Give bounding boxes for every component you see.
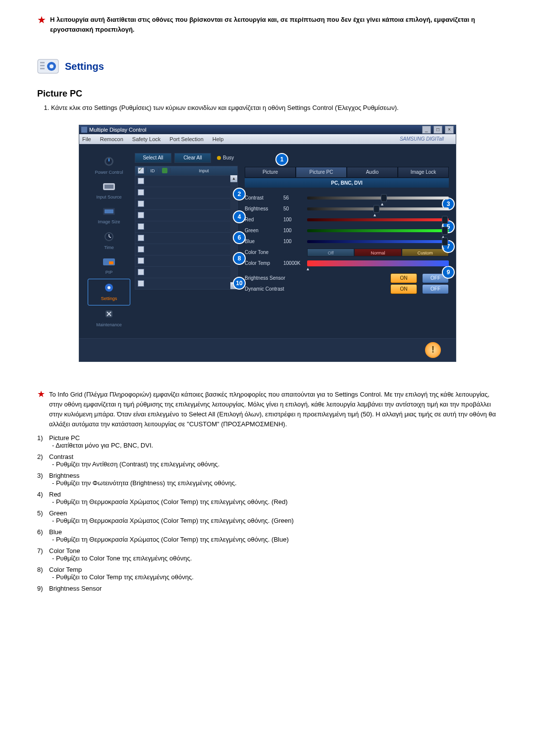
tab-picture-pc[interactable]: Picture PC [296,167,347,178]
tab-image-lock[interactable]: Image Lock [398,167,449,178]
slider-green[interactable] [307,228,449,233]
slider-thumb[interactable] [381,194,387,202]
tone-off[interactable]: Off [307,249,354,256]
list-title: Color Tone [49,547,80,554]
row-checkbox[interactable] [138,257,144,264]
list-title: Brightness Sensor [49,585,102,592]
remote-status-icon [162,168,167,173]
dynamic-contrast-off[interactable]: OFF [422,284,449,294]
row-dynamic-contrast: Dynamic Contrast ON OFF [245,284,449,295]
select-all-button[interactable]: Select All [135,153,171,163]
table-row[interactable] [135,244,230,255]
star-icon: ★ [37,390,45,399]
menu-port-selection[interactable]: Port Selection [169,136,203,142]
callout-6: 6 [233,231,246,244]
info-grid-paragraph: Το Info Grid (Πλέγμα Πληροφοριών) εμφανί… [49,390,498,430]
row-checkbox[interactable] [138,178,144,184]
row-checkbox[interactable] [138,223,144,230]
close-button[interactable]: × [445,126,454,134]
tone-normal[interactable]: Normal [354,249,401,256]
svg-rect-3 [40,62,45,63]
image-size-icon [102,206,116,216]
list-desc: - Ρυθμίζει την Φωτεινότητα (Brightness) … [52,479,498,487]
label-red: Red [245,217,283,222]
table-row[interactable] [135,209,230,221]
feature-list-item: 9)Brightness Sensor [37,585,498,592]
slider-thumb[interactable] [442,227,448,235]
row-checkbox[interactable] [138,246,144,252]
sidebar-item-label: Maintenance [88,322,130,327]
slider-thumb[interactable] [442,216,448,224]
feature-note-text: Η λειτουργία αυτή διατίθεται στις οθόνες… [50,15,498,34]
row-checkbox[interactable] [138,189,144,196]
table-row[interactable] [135,232,230,244]
header-checkbox[interactable] [138,167,144,174]
picture-pc-heading: Picture PC [37,89,498,99]
table-row[interactable] [135,266,230,278]
dynamic-contrast-on[interactable]: ON [390,284,417,294]
table-row[interactable] [135,187,230,198]
slider-brightness[interactable] [307,206,449,211]
menu-safety-lock[interactable]: Safety Lock [132,136,160,142]
label-blue: Blue [245,239,283,244]
list-number: 8) [37,566,49,573]
minimize-button[interactable]: _ [422,126,431,134]
menu-remocon[interactable]: Remocon [100,136,123,142]
tab-audio[interactable]: Audio [347,167,398,178]
table-row[interactable] [135,278,230,289]
list-title: Blue [49,528,62,536]
slider-contrast[interactable] [307,196,449,201]
table-row[interactable] [135,255,230,266]
power-icon [102,156,116,167]
sidebar-item-maintenance[interactable]: Maintenance [88,305,130,331]
clear-all-button[interactable]: Clear All [174,153,211,163]
sidebar-item-power-control[interactable]: Power Control [88,153,130,179]
menu-file[interactable]: File [82,136,91,142]
feature-availability-note: ★ Η λειτουργία αυτή διατίθεται στις οθόν… [37,15,498,34]
list-desc: - Ρυθμίζει την Αντίθεση (Contrast) της ε… [52,460,498,468]
busy-label: Busy [223,155,234,160]
row-checkbox[interactable] [138,212,144,218]
menu-help[interactable]: Help [213,136,224,142]
list-desc: - Ρυθμίζει τη Θερμοκρασία Χρώματος (Colo… [52,498,498,505]
sidebar-item-settings[interactable]: Settings [88,279,130,305]
row-checkbox[interactable] [138,280,144,287]
tab-picture[interactable]: Picture [245,167,296,178]
label-brightness: Brightness [245,206,283,211]
table-row[interactable] [135,198,230,209]
slider-thumb[interactable] [442,238,448,246]
callout-8: 8 [233,252,246,265]
sidebar-item-input-source[interactable]: Input Source [88,179,130,203]
list-number: 2) [37,453,49,460]
table-row[interactable] [135,175,230,187]
list-desc: - Διατίθεται μόνο για PC, BNC, DVI. [52,442,498,449]
slider-color-temp[interactable] [307,260,449,266]
brightness-sensor-on[interactable]: ON [390,273,417,283]
list-desc: - Ρυθμίζει τη Θερμοκρασία Χρώματος (Colo… [52,536,498,543]
info-icon[interactable]: ! [425,342,441,358]
sidebar-item-pip[interactable]: PIP [88,254,130,279]
sidebar-item-label: Time [88,245,130,250]
list-number: 1) [37,434,49,442]
maximize-button[interactable]: □ [433,126,442,134]
list-desc: - Ρυθμίζει το Color Tone της επιλεγμένης… [52,554,498,562]
row-checkbox[interactable] [138,235,144,241]
row-checkbox[interactable] [138,201,144,207]
menubar: File Remocon Safety Lock Port Selection … [79,134,456,144]
color-tone-segments[interactable]: Off Normal Custom [307,249,449,256]
sidebar-item-image-size[interactable]: Image Size [88,203,130,228]
value-red: 100 [283,217,307,222]
grid-header: ID Input [135,166,237,175]
sidebar-item-time[interactable]: Time [88,228,130,254]
slider-blue[interactable] [307,239,449,244]
app-icon [81,127,87,133]
slider-thumb[interactable] [374,205,379,213]
row-checkbox[interactable] [138,269,144,275]
sidebar: Power Control Input Source Image Size Ti… [86,153,132,331]
slider-red[interactable] [307,217,449,222]
scroll-up-button[interactable]: ▲ [230,175,237,182]
value-blue: 100 [283,239,307,244]
value-brightness: 50 [283,206,307,211]
app-footer: ! [79,338,456,361]
table-row[interactable] [135,221,230,232]
